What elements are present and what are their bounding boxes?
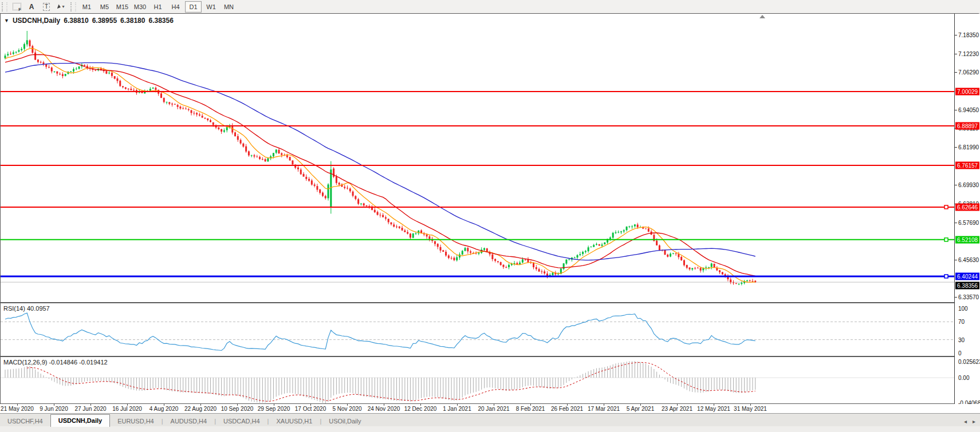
tab-scroll-left-icon[interactable]: ◂ [964, 418, 967, 425]
tab-usoil-daily[interactable]: USOil,Daily [321, 416, 368, 427]
candle-body [522, 259, 524, 262]
candle-body [683, 260, 685, 265]
rsi-chart-canvas[interactable] [1, 303, 954, 356]
candle-body [105, 71, 107, 74]
candle-body [475, 253, 477, 254]
candle-body [491, 255, 493, 259]
candle-body [708, 267, 710, 268]
candle-body [656, 241, 658, 245]
price-axis[interactable]: 7.183507.122307.062906.940506.881106.819… [955, 14, 979, 405]
chart-shift-marker[interactable] [759, 15, 765, 18]
candle-body [628, 227, 630, 227]
candle-body [659, 245, 660, 250]
candle-body [402, 228, 403, 230]
candle-body [393, 224, 395, 227]
price-tick-label: 6.45630 [958, 256, 979, 263]
timeframe-button-m30[interactable]: M30 [132, 1, 148, 13]
text-tool-icon[interactable]: T [40, 1, 53, 12]
timeframe-button-mn[interactable]: MN [221, 1, 237, 13]
price-level-badge-6.88897: 6.88897 [955, 122, 979, 130]
candle-body [114, 76, 116, 78]
candle-body [125, 88, 127, 89]
candle-body [533, 263, 534, 267]
candle-body [648, 228, 650, 232]
candle-body [207, 118, 208, 120]
tab-scroll-right-icon[interactable]: ▸ [973, 418, 975, 425]
price-tick-mark [955, 110, 957, 110]
candle-body [617, 232, 619, 232]
price-tick-mark [955, 185, 957, 185]
candle-body [722, 272, 723, 274]
dropdown-caret-icon[interactable]: ▾ [62, 4, 64, 9]
timeframe-button-h1[interactable]: H1 [149, 1, 166, 13]
tab-usdchf-h4[interactable]: USDCHF,H4 [0, 416, 50, 427]
timeframe-button-m15[interactable]: M15 [114, 1, 131, 13]
candle-body [631, 227, 633, 227]
macd-chart-canvas[interactable] [1, 357, 954, 403]
candle-body [218, 128, 219, 129]
candle-body [448, 255, 450, 257]
candle-body [54, 72, 56, 72]
candle-body [412, 233, 414, 238]
timeframe-button-w1[interactable]: W1 [203, 1, 219, 13]
candle-body [226, 127, 228, 130]
candle-body [18, 50, 19, 51]
tab-audusd-h4[interactable]: AUDUSD,H4 [163, 416, 215, 427]
timeframe-button-d1[interactable]: D1 [185, 1, 202, 13]
candle-body [470, 251, 471, 252]
candle-body [670, 253, 671, 256]
candle-body [300, 169, 302, 174]
macd-tick-label: 0.025623 [958, 359, 980, 365]
candle-body [347, 188, 348, 188]
candle-body [399, 227, 400, 228]
candle-body [108, 73, 110, 73]
tab-usdcad-h4[interactable]: USDCAD,H4 [216, 416, 267, 427]
candle-body [404, 231, 406, 232]
label-tool-icon[interactable]: A [25, 1, 38, 12]
candle-body [286, 155, 288, 157]
candle-body [456, 257, 458, 260]
price-tick-label: 7.18350 [958, 32, 979, 38]
date-axis[interactable]: 21 May 20209 Jun 202027 Jun 202016 Jul 2… [0, 404, 980, 413]
candle-body [111, 73, 113, 76]
candle-body [552, 273, 554, 275]
candle-body [5, 56, 6, 58]
timeframe-button-m1[interactable]: M1 [78, 1, 95, 13]
fibonacci-tool-icon[interactable]: F [10, 1, 23, 12]
price-tick-label: 6.81990 [958, 144, 979, 150]
timeframe-button-h4[interactable]: H4 [167, 1, 184, 13]
candle-body [155, 88, 156, 90]
candle-body [497, 261, 499, 261]
candle-body [128, 89, 129, 89]
ohlc-open: 6.38810 [64, 17, 88, 25]
toolbar-drag-handle[interactable] [70, 2, 76, 11]
candle-body [297, 168, 299, 169]
candle-body [221, 129, 222, 132]
price-tick-mark [955, 297, 957, 298]
candle-body [149, 89, 151, 90]
price-chart-canvas[interactable] [1, 14, 954, 302]
price-tick-mark [955, 260, 957, 260]
date-tick-label: 1 Jan 2021 [443, 406, 471, 412]
candle-body [245, 146, 247, 152]
candle-body [237, 136, 239, 140]
candle-body [741, 283, 742, 284]
candle-body [281, 153, 282, 155]
candle-body [379, 215, 381, 215]
tab-usdcnh-daily[interactable]: USDCNH,Daily [50, 414, 110, 427]
hline-handle [944, 205, 948, 209]
tab-eurusd-h4[interactable]: EURUSD,H4 [110, 416, 162, 427]
price-tick-mark [955, 54, 957, 54]
tab-xauusd-h1[interactable]: XAUUSD,H1 [269, 416, 320, 427]
candle-body [437, 244, 439, 247]
candle-body [577, 255, 578, 257]
timeframe-button-m5[interactable]: M5 [96, 1, 113, 13]
candle-body [467, 248, 469, 251]
chart-menu-icon[interactable]: ▼ [4, 18, 9, 23]
toolbar-drag-handle[interactable] [2, 2, 7, 11]
candle-body [751, 281, 753, 282]
arrows-tool-icon[interactable]: ▾ [54, 1, 68, 12]
candle-body [483, 248, 485, 250]
candle-body [536, 267, 537, 269]
price-level-badge-7.00029: 7.00029 [955, 88, 979, 95]
